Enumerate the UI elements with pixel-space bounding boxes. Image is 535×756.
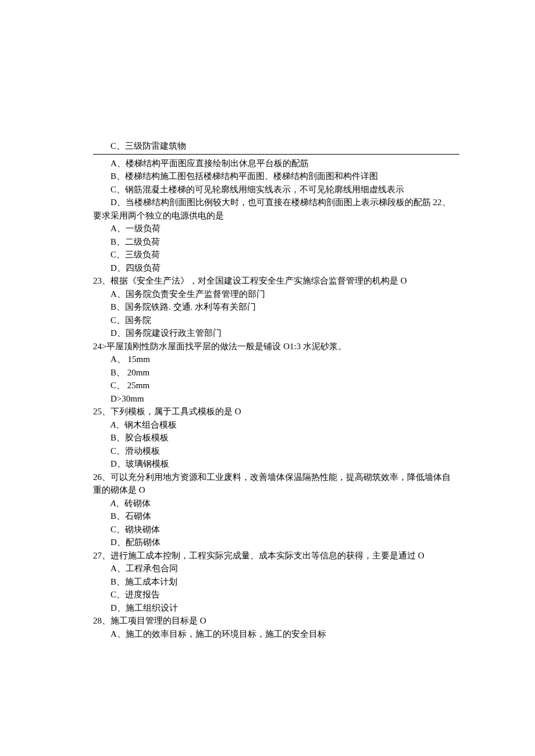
text-line: A、钢木组合模板 [93,418,459,432]
option-text: 、钢木组合模板 [116,420,177,429]
text-line: B、 20mm [93,366,459,379]
option-text: 、砖砌体 [116,499,151,508]
document-page: C、三级防雷建筑物A、楼梯结构平面图应直接绘制出休息平台板的配筋B、楼梯结构施工… [0,0,535,756]
text-line: 24>平屋顶刚性防水屋面找平层的做法一般是铺设 O1:3 水泥砂浆。 [93,340,459,353]
text-line: D、配筋砌体 [93,536,459,549]
text-line: B、二级负荷 [93,235,459,249]
document-content: C、三级防雷建筑物A、楼梯结构平面图应直接绘制出休息平台板的配筋B、楼梯结构施工… [93,139,459,640]
text-line: A、砖砌体 [93,497,459,510]
text-line: 28、施工项目管理的目标是 O [93,614,459,628]
separator-line [93,154,459,155]
text-line: 重的砌体是 O [93,483,459,497]
text-line: C、三级防雷建筑物 [93,139,459,153]
text-line: A、国务院负责安全生产监督管理的部门 [93,288,459,301]
text-line: D、玻璃钢模板 [93,457,459,471]
option-letter: A [110,499,116,508]
text-line: D、国务院建设行政主管部门 [93,327,459,340]
text-line: C、滑动模板 [93,445,459,458]
text-line: B、国务院铁路. 交通. 水利等有关部门 [93,300,459,314]
text-line: B、施工成本计划 [93,575,459,589]
text-line: B、胶合板模板 [93,431,459,445]
text-line: 要求采用两个独立的电源供电的是 [93,209,459,223]
text-line: B、石砌体 [93,510,459,523]
text-line: A、楼梯结构平面图应直接绘制出休息平台板的配筋 [93,157,459,170]
text-line: A、工程承包合同 [93,562,459,575]
text-line: C、钢筋混凝土楼梯的可见轮廓线用细实线表示，不可见轮廓线用细虚线表示 [93,183,459,196]
text-line: C、进度报告 [93,588,459,601]
text-line: 23、根据《安全生产法》，对全国建设工程安全生产实施综合监督管理的机构是 O [93,274,459,288]
text-line: B、楼梯结构施工图包括楼梯结构平面图、楼梯结构剖面图和构件详图 [93,170,459,183]
text-line: D、四级负荷 [93,261,459,275]
text-line: D、施工组织设计 [93,601,459,615]
text-line: C、国务院 [93,314,459,327]
text-line: D>30mm [93,392,459,406]
text-line: 27、进行施工成本控制，工程实际完成量、成本实际支出等信息的获得，主要是通过 O [93,549,459,562]
text-line: C、三级负荷 [93,248,459,261]
text-line: 25、下列模板，属于工具式模板的是 O [93,405,459,418]
text-line: 26、可以充分利用地方资源和工业废料，改善墙体保温隔热性能，提高砌筑效率，降低墙… [93,471,459,484]
text-line: A、施工的效率目标，施工的环境目标，施工的安全目标 [93,628,459,641]
text-line: C、砌块砌体 [93,523,459,536]
text-line: C、 25mm [93,379,459,392]
text-line: A、一级负荷 [93,222,459,235]
text-line: A、 15mm [93,353,459,366]
text-line: D、当楼梯结构剖面图比例较大时，也可直接在楼梯结构剖面图上表示梯段板的配筋 22… [93,196,459,209]
option-letter: A [110,420,116,429]
